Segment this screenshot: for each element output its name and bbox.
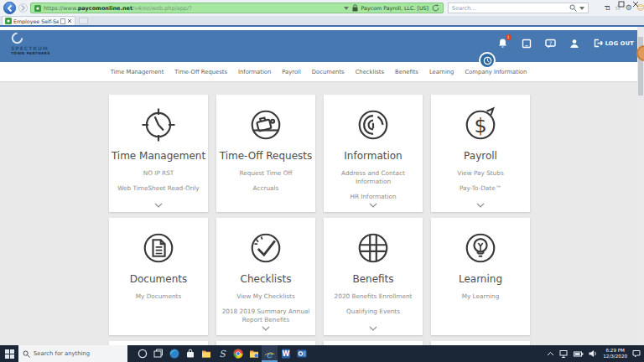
checkmark-icon[interactable] — [244, 226, 288, 270]
tray-clock[interactable]: 6:29 PM 12/3/2020 — [603, 348, 627, 360]
chat-glyph-icon: ? — [545, 39, 556, 49]
back-button[interactable] — [3, 2, 16, 14]
dashboard-card-documents[interactable]: DocumentsMy Documents — [109, 218, 208, 335]
nav-item-documents[interactable]: Documents — [312, 69, 345, 75]
card-link[interactable]: My Learning — [434, 292, 527, 301]
card-link[interactable]: 2020 Benefits Enrollment — [326, 292, 420, 301]
devices-icon[interactable] — [522, 39, 532, 49]
tab-employee-self-service[interactable]: Employee Self-Service — [2, 16, 75, 25]
logout-label: LOG OUT — [605, 40, 634, 47]
briefcase-icon[interactable] — [244, 103, 288, 147]
url-scheme: https://www. — [44, 5, 78, 12]
card-link[interactable]: My Documents — [112, 292, 205, 301]
card-expander-chevron-down-icon[interactable] — [476, 203, 485, 208]
nav-item-benefits[interactable]: Benefits — [395, 69, 418, 75]
refresh-icon[interactable] — [432, 4, 439, 12]
taskbar-edge-icon[interactable] — [166, 345, 182, 362]
medical-cross-icon[interactable] — [351, 226, 395, 270]
nav-item-time-management[interactable]: Time Management — [111, 69, 164, 75]
taskbar-chrome-icon[interactable] — [230, 345, 246, 362]
forward-button[interactable] — [18, 3, 28, 13]
taskbar-snagit-icon[interactable]: S — [214, 345, 230, 362]
dollar-icon[interactable]: $ — [459, 103, 502, 147]
card-expander-chevron-down-icon[interactable] — [369, 326, 377, 331]
time-clock-button[interactable] — [479, 52, 496, 69]
card-title: Documents — [130, 273, 187, 285]
nav-item-learning[interactable]: Learning — [429, 69, 454, 75]
clock-icon — [483, 56, 492, 65]
search-icon[interactable] — [569, 4, 577, 12]
dashboard-card-checklists[interactable]: ChecklistsView My Checklists2018 2019 Su… — [216, 218, 315, 335]
card-expander-chevron-down-icon[interactable] — [262, 326, 270, 331]
taskbar-task-view-icon[interactable] — [150, 345, 166, 362]
taskbar-outlook-icon[interactable] — [293, 345, 309, 362]
taskbar-cortana-icon[interactable] — [134, 345, 150, 362]
document-icon[interactable] — [137, 226, 180, 270]
card-link[interactable]: Address and Contact Information — [326, 169, 420, 186]
dashboard-card-time-management[interactable]: Time ManagementNO IP RSTWeb TimeSheet Re… — [109, 95, 208, 212]
card-title: Benefits — [352, 273, 393, 285]
tray-volume-icon[interactable] — [589, 349, 598, 358]
card-expander-chevron-down-icon[interactable] — [369, 203, 377, 208]
dashboard-card-time-off-requests[interactable]: Time-Off RequestsRequest Time OffAccrual… — [216, 95, 315, 212]
card-link[interactable]: Qualifying Events — [326, 308, 420, 316]
svg-text:?: ? — [549, 39, 552, 45]
taskbar-search-input[interactable]: Search for anything — [18, 345, 127, 362]
start-button[interactable] — [0, 345, 18, 362]
address-dropdown-icon[interactable] — [344, 7, 349, 10]
minimize-button[interactable] — [600, 0, 614, 8]
card-title: Time Management — [112, 150, 205, 162]
card-link[interactable]: Web TimeSheet Read-Only — [112, 184, 205, 193]
logout-arrow-icon — [593, 39, 603, 48]
taskbar-store-icon[interactable] — [182, 345, 198, 362]
lightbulb-icon[interactable] — [459, 226, 502, 270]
nav-item-payroll[interactable]: Payroll — [282, 69, 301, 75]
profile-icon[interactable] — [569, 39, 579, 49]
dashboard-card-benefits[interactable]: Benefits2020 Benefits EnrollmentQualifyi… — [324, 218, 423, 335]
search-dropdown-icon[interactable] — [579, 7, 584, 10]
action-center-icon[interactable] — [632, 349, 641, 358]
nav-item-time-off-requests[interactable]: Time-Off Requests — [174, 69, 227, 75]
dashboard-card-learning[interactable]: LearningMy Learning — [431, 218, 530, 335]
system-tray: 6:29 PM 12/3/2020 — [547, 348, 644, 360]
card-link[interactable]: View Pay Stubs — [434, 169, 527, 178]
card-link[interactable]: View My Checklists — [219, 292, 313, 301]
tab-page-icon — [60, 18, 65, 24]
card-title: Information — [344, 150, 402, 162]
browser-search-input[interactable]: Search... — [448, 3, 589, 13]
tray-chevron-up-icon[interactable] — [547, 351, 554, 356]
taskbar-internet-explorer-icon[interactable]: e — [262, 345, 278, 362]
help-chat-icon[interactable]: ? — [545, 39, 556, 49]
card-expander-chevron-down-icon[interactable] — [154, 203, 163, 208]
ssl-cert-name[interactable]: Paycom Payroll, LLC. [US] — [361, 5, 428, 11]
nav-item-information[interactable]: Information — [238, 69, 271, 75]
page-scrollbar[interactable] — [637, 27, 644, 345]
notifications-bell-icon[interactable]: 1 — [497, 38, 508, 49]
nav-item-checklists[interactable]: Checklists — [356, 69, 384, 75]
person-glyph-icon — [569, 39, 579, 49]
taskbar-file-explorer-icon[interactable] — [198, 345, 214, 362]
address-bar[interactable]: https://www.paycomonline.net/v4/ee/web.p… — [30, 3, 444, 13]
svg-text:W: W — [282, 350, 289, 358]
tray-network-icon[interactable] — [559, 349, 569, 358]
dashboard-card-information[interactable]: InformationAddress and Contact Informati… — [324, 95, 423, 212]
taskbar-shared-folder-icon[interactable] — [246, 345, 262, 362]
taskbar-word-icon[interactable]: W — [278, 345, 293, 362]
card-link[interactable]: 2018 2019 Summary Annual Report Benefits — [219, 308, 313, 324]
clock-icon[interactable] — [137, 103, 180, 147]
card-link[interactable]: Request Time Off — [219, 169, 313, 178]
tray-battery-icon[interactable] — [574, 350, 584, 358]
nav-item-company-information[interactable]: Company Information — [465, 69, 527, 75]
card-link[interactable]: Accruals — [219, 184, 313, 193]
card-link[interactable]: NO IP RST — [112, 169, 205, 178]
tab-close-icon[interactable] — [67, 18, 72, 23]
fingerprint-icon[interactable] — [351, 103, 395, 147]
card-link[interactable]: HR Information — [326, 193, 420, 201]
maximize-button[interactable] — [614, 0, 628, 8]
close-button[interactable] — [628, 0, 642, 8]
new-tab-button[interactable] — [79, 18, 88, 24]
dashboard-card-payroll[interactable]: $PayrollView Pay StubsPay-To-Date™ — [431, 95, 530, 212]
card-link[interactable]: Pay-To-Date™ — [434, 184, 527, 193]
company-logo[interactable]: SPECTRUM TOWN PARTNERS — [11, 32, 50, 55]
log-out-button[interactable]: LOG OUT — [593, 39, 634, 48]
